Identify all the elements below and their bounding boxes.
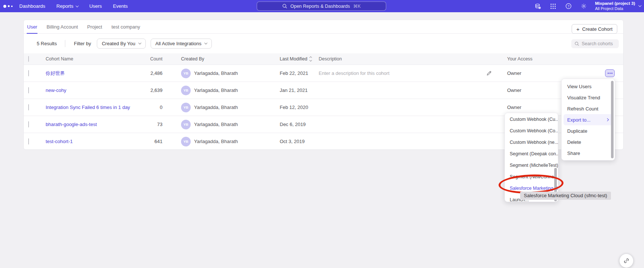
- row-actions-button[interactable]: [605, 69, 615, 77]
- chevron-down-icon: [204, 41, 207, 44]
- nav-menu: Dashboards Reports Users Events: [19, 3, 128, 9]
- integrations-filter[interactable]: All Active Integrations: [151, 39, 212, 49]
- svg-text:?: ?: [568, 4, 569, 8]
- header-cohort-name[interactable]: Cohort Name: [41, 56, 139, 62]
- copy-link-button[interactable]: [620, 254, 633, 268]
- cohort-count: 73: [139, 122, 164, 127]
- last-modified-cell: Dec 6, 2019: [277, 122, 317, 127]
- submenu-item-custom-webhook-cu[interactable]: Custom Webhook (Cu...: [505, 113, 558, 125]
- table-header: Cohort Name Count Created By Last Modifi…: [24, 53, 623, 64]
- cohort-name-link[interactable]: bharath-google-ads-test: [41, 122, 139, 127]
- select-all-checkbox[interactable]: [28, 56, 29, 62]
- edit-description-pencil-icon[interactable]: [484, 70, 505, 76]
- top-nav: Dashboards Reports Users Events Open Rep…: [0, 0, 644, 12]
- project-scope: All Project Data: [595, 6, 635, 11]
- submenu-item-custom-webhook-ne[interactable]: Custom Webhook (ne...: [505, 136, 558, 148]
- header-created-by[interactable]: Created By: [164, 56, 277, 62]
- cohort-name-link[interactable]: test-cohort-1: [41, 139, 139, 144]
- cohort-count: 0: [139, 105, 164, 110]
- project-name: Mixpanel (project 3): [595, 1, 635, 6]
- row-checkbox[interactable]: [28, 138, 29, 145]
- avatar: YB: [181, 137, 191, 146]
- create-cohort-button[interactable]: + Create Cohort: [572, 24, 617, 34]
- row-context-menu: View Users Visualize Trend Refresh Count…: [561, 79, 615, 161]
- table-row: 你好世界 2,486 YB Yarlagadda, Bharath Feb 22…: [24, 64, 623, 82]
- row-checkbox[interactable]: [28, 87, 29, 93]
- results-count: 5 Results: [37, 41, 57, 46]
- avatar: YB: [181, 69, 191, 78]
- created-by-cell: YB Yarlagadda, Bharath: [164, 120, 277, 129]
- filter-row: 5 Results Filter by Created By You All A…: [24, 34, 623, 53]
- nav-right: ? Mixpanel (project 3) All Project Data: [534, 0, 641, 12]
- global-search-placeholder: Open Reports & Dashboards: [290, 4, 350, 9]
- access-cell: Owner: [505, 70, 601, 76]
- avatar: YB: [181, 86, 191, 95]
- nav-item-events[interactable]: Events: [113, 3, 128, 9]
- cohort-name-link[interactable]: 你好世界: [41, 70, 139, 77]
- salesforce-tooltip: Salesforce Marketing Cloud (sfmc-test): [520, 192, 611, 200]
- created-by-cell: YB Yarlagadda, Bharath: [164, 69, 277, 78]
- description-input[interactable]: Enter a description for this cohort: [317, 70, 484, 76]
- menu-item-duplicate[interactable]: Duplicate: [564, 125, 613, 136]
- settings-gear-icon[interactable]: [580, 3, 587, 10]
- mixpanel-logo-icon[interactable]: [3, 5, 16, 8]
- nav-item-reports[interactable]: Reports: [56, 3, 78, 9]
- plus-icon: +: [576, 26, 580, 32]
- chevron-right-icon: [606, 118, 609, 121]
- tabs-row: User Billing Account Project test compan…: [24, 20, 623, 34]
- cohort-count: 641: [139, 139, 164, 144]
- tab-billing-account[interactable]: Billing Account: [46, 20, 78, 33]
- last-modified-cell: Oct 3, 2019: [277, 139, 317, 144]
- menu-item-view-users[interactable]: View Users: [564, 81, 613, 92]
- menu-item-share[interactable]: Share: [564, 148, 613, 159]
- submenu-item-segment-deepak[interactable]: Segment (Deepak con...: [505, 148, 558, 159]
- cohort-name-link[interactable]: new-cohy: [41, 87, 139, 93]
- created-by-cell: YB Yarlagadda, Bharath: [164, 137, 277, 146]
- menu-item-visualize-trend[interactable]: Visualize Trend: [564, 92, 613, 103]
- tab-user[interactable]: User: [27, 20, 37, 33]
- help-icon[interactable]: ?: [565, 3, 572, 10]
- filter-by-label: Filter by: [74, 41, 91, 46]
- apps-grid-icon[interactable]: [549, 3, 557, 10]
- nav-item-dashboards[interactable]: Dashboards: [19, 3, 45, 9]
- menu-item-delete[interactable]: Delete: [564, 136, 613, 148]
- cohort-count: 2,486: [139, 70, 164, 76]
- table-row: new-cohy 2,639 YB Yarlagadda, Bharath Ja…: [24, 82, 623, 99]
- avatar: YB: [181, 103, 191, 112]
- header-description: Description: [317, 56, 484, 62]
- row-checkbox[interactable]: [28, 104, 29, 110]
- nav-item-users[interactable]: Users: [89, 3, 102, 9]
- row-checkbox[interactable]: [28, 121, 29, 128]
- search-shortcut: ⌘K: [353, 4, 361, 9]
- chevron-down-icon: [638, 4, 641, 7]
- tab-project[interactable]: Project: [87, 20, 102, 33]
- search-icon: [575, 42, 579, 46]
- menu-item-export-to[interactable]: Export to...: [564, 114, 613, 125]
- row-checkbox[interactable]: [28, 70, 29, 76]
- header-count[interactable]: Count: [139, 56, 164, 62]
- sort-icon: [310, 57, 312, 61]
- tab-test-company[interactable]: test company: [111, 20, 140, 33]
- search-icon: [282, 4, 287, 9]
- data-management-icon[interactable]: [534, 3, 542, 10]
- link-icon: [623, 258, 630, 264]
- project-switcher[interactable]: Mixpanel (project 3) All Project Data: [595, 1, 641, 11]
- last-modified-cell: Jan 21, 2021: [277, 87, 317, 93]
- chevron-down-icon: [75, 4, 78, 7]
- cohort-name-link[interactable]: Integration Sync Failed 6 times in 1 day: [41, 105, 139, 110]
- submenu-item-segment-michelletest[interactable]: Segment (MichelleTest): [505, 159, 558, 171]
- last-modified-cell: Feb 22, 2021: [277, 70, 317, 76]
- last-modified-cell: Feb 12, 2020: [277, 105, 317, 110]
- menu-item-refresh-count[interactable]: Refresh Count: [564, 103, 613, 114]
- search-cohorts-placeholder: Search cohorts: [582, 41, 613, 46]
- submenu-item-segment-newconnec[interactable]: Segment (NewConnec...: [505, 171, 558, 182]
- submenu-item-custom-webhook-co[interactable]: Custom Webhook (Co...: [505, 125, 558, 136]
- header-last-modified[interactable]: Last Modified: [277, 56, 317, 62]
- chevron-down-icon: [138, 41, 141, 44]
- global-search[interactable]: Open Reports & Dashboards ⌘K: [257, 1, 386, 11]
- created-by-cell: YB Yarlagadda, Bharath: [164, 86, 277, 95]
- created-by-filter[interactable]: Created By You: [97, 39, 145, 49]
- search-cohorts-input[interactable]: Search cohorts: [571, 39, 619, 48]
- context-menu-scrollbar[interactable]: [611, 81, 614, 158]
- cohorts-page: Dashboards Reports Users Events Open Rep…: [0, 0, 644, 268]
